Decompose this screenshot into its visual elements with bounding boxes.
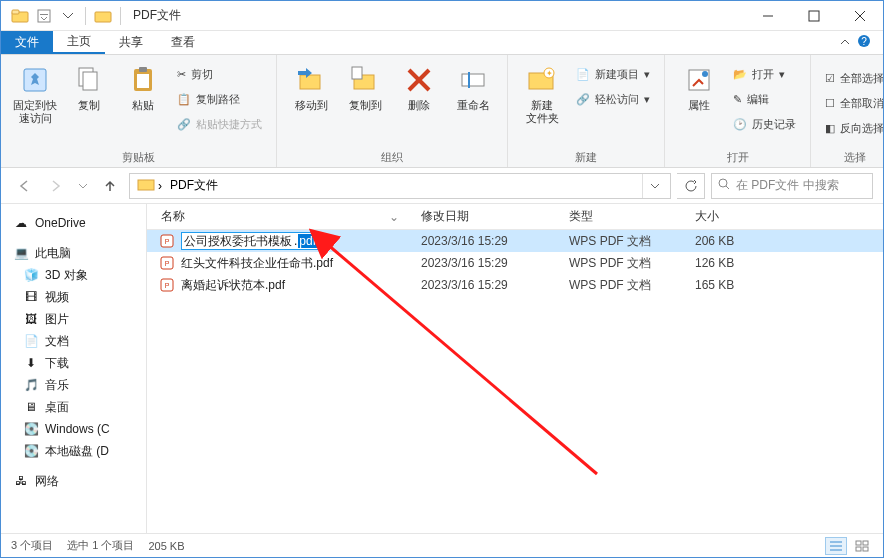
column-header-date[interactable]: 修改日期	[407, 208, 555, 225]
new-folder-icon: ✦	[525, 63, 559, 97]
column-header-size[interactable]: 大小	[681, 208, 771, 225]
tab-share[interactable]: 共享	[105, 31, 157, 54]
svg-rect-17	[300, 75, 320, 89]
main-area: ☁OneDrive 💻此电脑 🧊3D 对象 🎞视频 🖼图片 📄文档 ⬇下载 🎵音…	[1, 204, 883, 534]
svg-rect-3	[40, 14, 48, 15]
help-icon[interactable]: ?	[857, 34, 871, 52]
copy-button[interactable]: 复制	[65, 59, 113, 112]
select-all-button[interactable]: ☑全部选择	[821, 67, 884, 89]
nav-recent-button[interactable]	[75, 173, 91, 199]
svg-text:P: P	[165, 238, 170, 245]
sidebar-item-windows-c[interactable]: 💽Windows (C	[1, 418, 146, 440]
refresh-button[interactable]	[677, 173, 705, 199]
file-row[interactable]: P公司授权委托书模板.pdf2023/3/16 15:29WPS PDF 文档2…	[147, 230, 883, 252]
ribbon: 固定到快 速访问 复制 粘贴 ✂剪切 📋复制路径 🔗粘贴快捷方式 剪贴板 移动到	[1, 55, 883, 168]
ribbon-group-organize: 移动到 复制到 删除 重命名 组织	[277, 55, 508, 167]
expand-ribbon-icon[interactable]	[839, 34, 851, 52]
svg-point-30	[719, 179, 727, 187]
search-icon	[718, 178, 730, 193]
pin-icon	[18, 63, 52, 97]
sidebar-item-local-disk-d[interactable]: 💽本地磁盘 (D	[1, 440, 146, 462]
move-to-button[interactable]: 移动到	[287, 59, 335, 112]
copy-to-icon	[348, 63, 382, 97]
qat-dropdown-icon[interactable]	[33, 5, 55, 27]
view-large-icons-button[interactable]	[851, 537, 873, 555]
paste-shortcut-button[interactable]: 🔗粘贴快捷方式	[173, 113, 266, 135]
delete-button[interactable]: 删除	[395, 59, 443, 112]
sidebar-item-desktop[interactable]: 🖥桌面	[1, 396, 146, 418]
sidebar-item-3d-objects[interactable]: 🧊3D 对象	[1, 264, 146, 286]
nav-back-button[interactable]	[11, 173, 37, 199]
edit-button[interactable]: ✎编辑	[729, 88, 800, 110]
copy-icon	[72, 63, 106, 97]
sidebar-item-pictures[interactable]: 🖼图片	[1, 308, 146, 330]
svg-rect-1	[12, 10, 19, 14]
chevron-right-icon: ›	[158, 179, 162, 193]
sidebar-item-network[interactable]: 🖧网络	[1, 470, 146, 492]
column-header-type[interactable]: 类型	[555, 208, 681, 225]
chevron-down-icon: ▾	[644, 68, 650, 81]
easy-access-button[interactable]: 🔗轻松访问▾	[572, 88, 654, 110]
properties-button[interactable]: 属性	[675, 59, 723, 112]
invert-selection-button[interactable]: ◧反向选择	[821, 117, 884, 139]
shortcut-icon: 🔗	[177, 118, 191, 131]
new-folder-button[interactable]: ✦ 新建 文件夹	[518, 59, 566, 125]
maximize-button[interactable]	[791, 1, 837, 31]
tab-view[interactable]: 查看	[157, 31, 209, 54]
file-size-cell: 206 KB	[681, 234, 771, 248]
separator	[120, 7, 121, 25]
cube-icon: 🧊	[23, 267, 39, 283]
paste-button[interactable]: 粘贴	[119, 59, 167, 112]
search-input[interactable]: 在 PDF文件 中搜索	[711, 173, 873, 199]
open-button[interactable]: 📂打开▾	[729, 63, 800, 85]
ribbon-group-open: 属性 📂打开▾ ✎编辑 🕑历史记录 打开	[665, 55, 811, 167]
column-header-name[interactable]: 名称⌄	[147, 208, 407, 225]
new-item-button[interactable]: 📄新建项目▾	[572, 63, 654, 85]
ribbon-tabs: 文件 主页 共享 查看 ?	[1, 31, 883, 55]
close-button[interactable]	[837, 1, 883, 31]
copy-path-button[interactable]: 📋复制路径	[173, 88, 266, 110]
minimize-button[interactable]	[745, 1, 791, 31]
folder-small-icon	[92, 5, 114, 27]
svg-text:✦: ✦	[546, 69, 553, 78]
view-details-button[interactable]	[825, 537, 847, 555]
svg-rect-42	[856, 541, 861, 545]
pin-quick-access-button[interactable]: 固定到快 速访问	[11, 59, 59, 125]
separator	[85, 7, 86, 25]
nav-up-button[interactable]	[97, 173, 123, 199]
select-none-button[interactable]: ☐全部取消	[821, 92, 884, 114]
breadcrumb[interactable]: › PDF文件	[129, 173, 671, 199]
pdf-icon: P	[159, 233, 175, 249]
tab-file[interactable]: 文件	[1, 31, 53, 54]
sidebar-item-onedrive[interactable]: ☁OneDrive	[1, 212, 146, 234]
group-label-organize: 组织	[287, 148, 497, 165]
scissors-icon: ✂	[177, 68, 186, 81]
sidebar-item-music[interactable]: 🎵音乐	[1, 374, 146, 396]
sidebar-item-videos[interactable]: 🎞视频	[1, 286, 146, 308]
copy-to-button[interactable]: 复制到	[341, 59, 389, 112]
svg-rect-4	[95, 12, 111, 22]
sidebar-item-downloads[interactable]: ⬇下载	[1, 352, 146, 374]
search-placeholder: 在 PDF文件 中搜索	[736, 177, 839, 194]
chevron-down-icon: ▾	[779, 68, 785, 81]
status-bar: 3 个项目 选中 1 个项目 205 KB	[1, 533, 883, 557]
path-dropdown-icon[interactable]	[642, 174, 666, 198]
history-button[interactable]: 🕑历史记录	[729, 113, 800, 135]
qat-check-icon[interactable]	[57, 5, 79, 27]
file-row[interactable]: P红头文件科技企业任命书.pdf2023/3/16 15:29WPS PDF 文…	[147, 252, 883, 274]
nav-forward-button[interactable]	[43, 173, 69, 199]
sidebar-item-this-pc[interactable]: 💻此电脑	[1, 242, 146, 264]
select-none-icon: ☐	[825, 97, 835, 110]
pc-icon: 💻	[13, 245, 29, 261]
cut-button[interactable]: ✂剪切	[173, 63, 266, 85]
paste-icon	[126, 63, 160, 97]
rename-input[interactable]: 公司授权委托书模板.pdf	[181, 232, 319, 250]
tab-home[interactable]: 主页	[53, 31, 105, 54]
disk-icon: 💽	[23, 421, 39, 437]
sidebar-item-documents[interactable]: 📄文档	[1, 330, 146, 352]
rename-button[interactable]: 重命名	[449, 59, 497, 112]
status-selected: 选中 1 个项目	[67, 538, 134, 553]
properties-icon	[682, 63, 716, 97]
file-row[interactable]: P离婚起诉状范本.pdf2023/3/16 15:29WPS PDF 文档165…	[147, 274, 883, 296]
new-item-icon: 📄	[576, 68, 590, 81]
